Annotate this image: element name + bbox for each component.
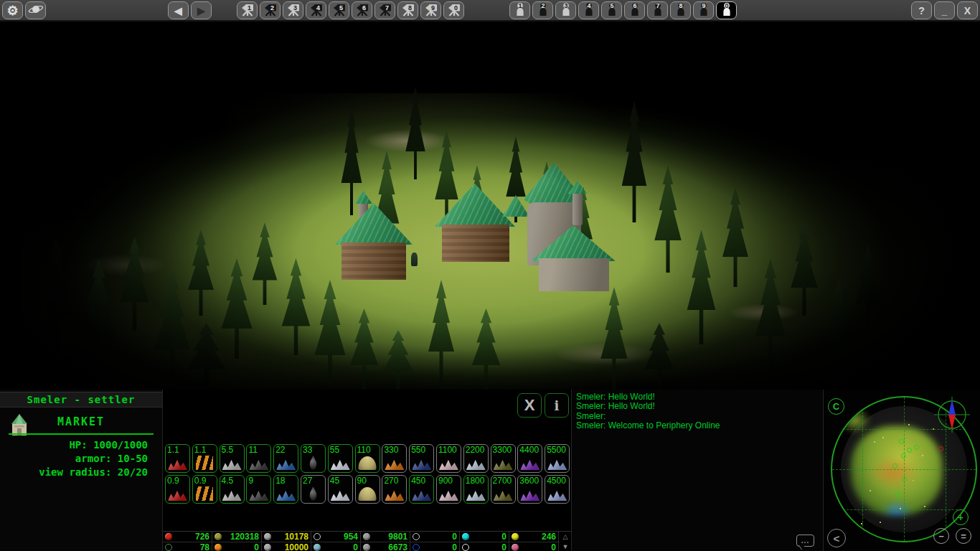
camera-slot-button[interactable]: 6 xyxy=(352,1,372,19)
resource-dot-icon[interactable] xyxy=(314,544,321,551)
market-item-cell[interactable]: 55 xyxy=(328,444,353,473)
market-item-cell[interactable]: 0.9 xyxy=(192,475,217,504)
market-item-cell[interactable]: 9 xyxy=(246,475,271,504)
resource-item-icon xyxy=(276,458,296,470)
camera-slot-button[interactable]: 2 xyxy=(260,1,281,19)
market-item-cell[interactable]: 900 xyxy=(436,475,461,504)
market-item-cell[interactable]: 110 xyxy=(355,444,380,473)
market-item-cell[interactable]: 22 xyxy=(273,444,298,473)
item-price: 4400 xyxy=(519,445,539,455)
forward-button[interactable]: ▶ xyxy=(191,1,212,19)
camera-slot-button[interactable]: 3 xyxy=(283,1,303,19)
chat-bubble-icon[interactable]: ... xyxy=(796,534,814,547)
resource-dot-icon[interactable] xyxy=(363,544,370,551)
unit-slot-group: 1 2 3 xyxy=(509,1,737,19)
resource-amount: 78 xyxy=(172,542,209,551)
market-item-cell[interactable]: 27 xyxy=(301,475,326,504)
minimap-back-button[interactable]: < xyxy=(827,529,846,547)
camera-slot-button[interactable]: 8 xyxy=(397,1,418,19)
market-item-cell[interactable]: 4.5 xyxy=(220,475,245,504)
svg-text:1: 1 xyxy=(518,2,522,9)
market-item-cell[interactable]: 3600 xyxy=(517,475,542,504)
camera-slot-button[interactable]: 5 xyxy=(329,1,349,19)
market-item-cell[interactable]: 3300 xyxy=(491,444,516,473)
market-item-cell[interactable]: 4500 xyxy=(545,475,570,504)
close-market-button[interactable]: X xyxy=(517,393,542,418)
resource-dot-icon[interactable] xyxy=(512,533,519,540)
resource-dot-icon[interactable] xyxy=(363,533,370,540)
unit-slot-button[interactable]: 1 xyxy=(509,1,530,19)
minimap-zoom-out-button[interactable]: − xyxy=(933,528,949,544)
market-item-cell[interactable]: 270 xyxy=(382,475,407,504)
unit-slot-button[interactable]: 2 xyxy=(532,1,553,19)
market-item-cell[interactable]: 18 xyxy=(273,475,298,504)
market-item-cell[interactable]: 45 xyxy=(328,475,353,504)
resource-dot-icon[interactable] xyxy=(264,544,271,551)
resource-dot-icon[interactable] xyxy=(215,544,222,551)
camera-slot-button[interactable]: 1 xyxy=(237,1,258,19)
info-button[interactable]: i xyxy=(545,393,569,418)
unit-slot-button[interactable]: 8 xyxy=(670,1,691,19)
resource-dot-icon[interactable] xyxy=(165,533,172,540)
game-viewport[interactable] xyxy=(0,22,980,390)
unit-slot-button[interactable]: 3 xyxy=(555,1,576,19)
back-button[interactable]: ◀ xyxy=(168,1,189,19)
svg-text:2: 2 xyxy=(270,4,273,11)
world-button[interactable] xyxy=(25,1,46,19)
market-item-cell[interactable]: 5.5 xyxy=(220,444,245,473)
resource-dot-icon[interactable] xyxy=(462,533,469,540)
settings-button[interactable]: ⚙ xyxy=(2,1,23,19)
market-item-cell[interactable]: 1100 xyxy=(436,444,461,473)
item-price: 3600 xyxy=(519,476,539,486)
camera-icon: 4 xyxy=(308,2,324,19)
minimap-unit-marker xyxy=(914,445,919,450)
unit-slot-button[interactable]: 6 xyxy=(624,1,645,19)
unit-slot-button[interactable]: 7 xyxy=(647,1,668,19)
resource-cell: 120318 xyxy=(212,532,262,542)
camera-slot-button[interactable]: 4 xyxy=(306,1,326,19)
market-item-cell[interactable]: 33 xyxy=(301,444,326,473)
resource-dot-icon[interactable] xyxy=(314,533,321,540)
minimap-zoom-in-button[interactable]: + xyxy=(953,509,969,525)
item-price: 33 xyxy=(303,445,312,455)
market-item-cell[interactable]: 1800 xyxy=(463,475,489,504)
resource-dot-icon[interactable] xyxy=(413,533,420,540)
market-item-cell[interactable]: 90 xyxy=(355,475,380,504)
market-item-cell[interactable]: 5500 xyxy=(545,444,570,473)
resource-bar: 726 120318 10178 954 xyxy=(163,531,572,551)
resource-item-icon xyxy=(385,458,404,470)
camera-slot-button[interactable]: 9 xyxy=(420,1,441,19)
close-window-button[interactable]: X xyxy=(957,1,978,19)
resource-cell: 0 xyxy=(460,532,509,542)
minimap-center-button[interactable]: C xyxy=(828,398,844,415)
market-item-cell[interactable]: 2700 xyxy=(491,475,516,504)
scroll-down-icon[interactable]: ▼ xyxy=(562,543,569,550)
market-item-cell[interactable]: 4400 xyxy=(517,444,542,473)
scroll-up-icon[interactable]: △ xyxy=(563,533,568,540)
market-item-cell[interactable]: 1.1 xyxy=(192,444,217,473)
camera-slot-button[interactable]: 7 xyxy=(374,1,395,19)
resource-dot-icon[interactable] xyxy=(462,544,469,551)
help-button[interactable]: ? xyxy=(911,1,932,19)
market-item-cell[interactable]: 2200 xyxy=(463,444,489,473)
unit-slot-button[interactable]: 4 xyxy=(578,1,599,19)
market-item-cell[interactable]: 550 xyxy=(409,444,434,473)
resource-dot-icon[interactable] xyxy=(512,544,519,551)
minimize-button[interactable]: _ xyxy=(934,1,955,19)
market-item-cell[interactable]: 450 xyxy=(409,475,434,504)
market-item-cell[interactable]: 0.9 xyxy=(165,475,190,504)
resource-cell: 0 xyxy=(410,542,460,551)
market-item-cell[interactable]: 330 xyxy=(382,444,407,473)
resource-amount: 954 xyxy=(321,532,358,542)
market-item-cell[interactable]: 11 xyxy=(246,444,271,473)
resource-dot-icon[interactable] xyxy=(215,533,222,540)
unit-slot-button[interactable]: 0 xyxy=(716,1,737,19)
resource-dot-icon[interactable] xyxy=(264,533,271,540)
unit-slot-button[interactable]: 5 xyxy=(601,1,622,19)
resource-dot-icon[interactable] xyxy=(165,544,172,551)
minimap-equal-button[interactable]: = xyxy=(956,528,971,544)
unit-slot-button[interactable]: 9 xyxy=(693,1,714,19)
market-item-cell[interactable]: 1.1 xyxy=(165,444,190,473)
resource-dot-icon[interactable] xyxy=(413,544,420,551)
camera-slot-button[interactable]: 0 xyxy=(443,1,464,19)
